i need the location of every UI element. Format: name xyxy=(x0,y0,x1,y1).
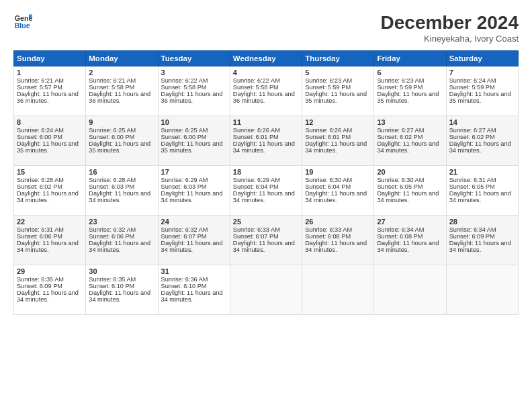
daylight-text: Daylight: 11 hours and 34 minutes. xyxy=(377,240,439,253)
day-number: 24 xyxy=(161,218,227,226)
day-number: 6 xyxy=(377,68,443,77)
sunrise-text: Sunrise: 6:29 AM xyxy=(161,177,208,183)
daylight-text: Daylight: 11 hours and 36 minutes. xyxy=(89,91,150,104)
sunset-text: Sunset: 6:03 PM xyxy=(161,183,207,190)
calendar-cell: 13Sunrise: 6:27 AMSunset: 6:02 PMDayligh… xyxy=(374,116,446,166)
calendar-cell: 5Sunrise: 6:23 AMSunset: 5:59 PMDaylight… xyxy=(302,66,374,116)
daylight-text: Daylight: 11 hours and 35 minutes. xyxy=(161,140,223,154)
daylight-text: Daylight: 11 hours and 34 minutes. xyxy=(161,289,223,303)
sunset-text: Sunset: 6:03 PM xyxy=(89,183,134,190)
daylight-text: Daylight: 11 hours and 35 minutes. xyxy=(17,140,79,154)
day-number: 20 xyxy=(377,168,443,176)
daylight-text: Daylight: 11 hours and 35 minutes. xyxy=(449,91,511,104)
calendar-cell: 9Sunrise: 6:25 AMSunset: 6:00 PMDaylight… xyxy=(86,116,158,166)
daylight-text: Daylight: 11 hours and 36 minutes. xyxy=(161,91,223,104)
day-number: 29 xyxy=(17,267,83,275)
sunset-text: Sunset: 6:04 PM xyxy=(233,183,279,190)
sunrise-text: Sunrise: 6:21 AM xyxy=(89,77,136,84)
sunset-text: Sunset: 6:07 PM xyxy=(233,233,279,240)
svg-text:Blue: Blue xyxy=(15,21,30,30)
daylight-text: Daylight: 11 hours and 34 minutes. xyxy=(449,240,511,253)
col-header-saturday: Saturday xyxy=(446,51,518,66)
col-header-friday: Friday xyxy=(374,51,446,66)
daylight-text: Daylight: 11 hours and 36 minutes. xyxy=(17,91,79,104)
calendar-cell: 29Sunrise: 6:35 AMSunset: 6:09 PMDayligh… xyxy=(14,265,86,315)
calendar-cell: 3Sunrise: 6:22 AMSunset: 5:58 PMDaylight… xyxy=(158,66,230,116)
calendar-cell: 8Sunrise: 6:24 AMSunset: 6:00 PMDaylight… xyxy=(14,116,86,166)
sunrise-text: Sunrise: 6:35 AM xyxy=(89,276,136,283)
day-number: 9 xyxy=(89,118,154,126)
sunset-text: Sunset: 6:10 PM xyxy=(161,283,207,289)
calendar-cell: 6Sunrise: 6:23 AMSunset: 5:59 PMDaylight… xyxy=(374,66,446,116)
day-number: 3 xyxy=(161,68,227,77)
sunset-text: Sunset: 6:10 PM xyxy=(89,283,134,289)
daylight-text: Daylight: 11 hours and 35 minutes. xyxy=(377,91,439,104)
sunrise-text: Sunrise: 6:31 AM xyxy=(17,226,64,233)
sunset-text: Sunset: 6:08 PM xyxy=(305,233,351,240)
sunset-text: Sunset: 6:02 PM xyxy=(17,183,62,190)
sunrise-text: Sunrise: 6:30 AM xyxy=(305,177,352,183)
sunset-text: Sunset: 5:58 PM xyxy=(89,84,134,91)
day-number: 12 xyxy=(305,118,371,126)
daylight-text: Daylight: 11 hours and 34 minutes. xyxy=(17,289,79,303)
sunset-text: Sunset: 5:58 PM xyxy=(233,84,279,91)
day-number: 14 xyxy=(449,118,515,126)
day-number: 13 xyxy=(377,118,443,126)
sunrise-text: Sunrise: 6:35 AM xyxy=(17,276,64,283)
calendar-cell: 4Sunrise: 6:22 AMSunset: 5:58 PMDaylight… xyxy=(230,66,302,116)
sunset-text: Sunset: 5:58 PM xyxy=(161,84,207,91)
day-number: 18 xyxy=(233,168,299,176)
sunset-text: Sunset: 6:06 PM xyxy=(89,233,134,240)
calendar-cell: 7Sunrise: 6:24 AMSunset: 5:59 PMDaylight… xyxy=(446,66,518,116)
daylight-text: Daylight: 11 hours and 34 minutes. xyxy=(377,140,439,154)
sunrise-text: Sunrise: 6:27 AM xyxy=(449,127,496,134)
calendar-cell xyxy=(302,265,374,315)
calendar-cell: 30Sunrise: 6:35 AMSunset: 6:10 PMDayligh… xyxy=(86,265,158,315)
calendar-cell xyxy=(446,265,518,315)
daylight-text: Daylight: 11 hours and 34 minutes. xyxy=(233,240,295,253)
sunset-text: Sunset: 6:04 PM xyxy=(305,183,351,190)
day-number: 11 xyxy=(233,118,299,126)
sunrise-text: Sunrise: 6:24 AM xyxy=(449,77,496,84)
sunrise-text: Sunrise: 6:23 AM xyxy=(305,77,352,84)
sunrise-text: Sunrise: 6:30 AM xyxy=(377,177,424,183)
sunset-text: Sunset: 6:05 PM xyxy=(377,183,423,190)
daylight-text: Daylight: 11 hours and 34 minutes. xyxy=(305,140,367,154)
title-block: December 2024 Kineyekaha, Ivory Coast xyxy=(381,12,519,44)
day-number: 25 xyxy=(233,218,299,226)
sunrise-text: Sunrise: 6:34 AM xyxy=(449,226,496,233)
calendar-cell: 17Sunrise: 6:29 AMSunset: 6:03 PMDayligh… xyxy=(158,166,230,216)
daylight-text: Daylight: 11 hours and 34 minutes. xyxy=(89,240,150,253)
sunset-text: Sunset: 6:00 PM xyxy=(17,134,62,140)
sunrise-text: Sunrise: 6:36 AM xyxy=(161,276,208,283)
calendar-cell: 28Sunrise: 6:34 AMSunset: 6:09 PMDayligh… xyxy=(446,216,518,265)
sunset-text: Sunset: 5:59 PM xyxy=(305,84,351,91)
day-number: 17 xyxy=(161,168,227,176)
daylight-text: Daylight: 11 hours and 34 minutes. xyxy=(161,240,223,253)
day-number: 16 xyxy=(89,168,154,176)
day-number: 10 xyxy=(161,118,227,126)
sunset-text: Sunset: 6:09 PM xyxy=(449,233,495,240)
calendar-cell: 16Sunrise: 6:28 AMSunset: 6:03 PMDayligh… xyxy=(86,166,158,216)
calendar-cell: 10Sunrise: 6:25 AMSunset: 6:00 PMDayligh… xyxy=(158,116,230,166)
calendar-cell: 20Sunrise: 6:30 AMSunset: 6:05 PMDayligh… xyxy=(374,166,446,216)
sunset-text: Sunset: 6:08 PM xyxy=(377,233,423,240)
day-number: 30 xyxy=(89,267,154,275)
sunset-text: Sunset: 6:05 PM xyxy=(449,183,495,190)
day-number: 27 xyxy=(377,218,443,226)
sunset-text: Sunset: 5:59 PM xyxy=(449,84,495,91)
sunrise-text: Sunrise: 6:27 AM xyxy=(377,127,424,134)
location-subtitle: Kineyekaha, Ivory Coast xyxy=(381,34,519,44)
sunrise-text: Sunrise: 6:34 AM xyxy=(377,226,424,233)
calendar-cell: 1Sunrise: 6:21 AMSunset: 5:57 PMDaylight… xyxy=(14,66,86,116)
calendar-cell: 23Sunrise: 6:32 AMSunset: 6:06 PMDayligh… xyxy=(86,216,158,265)
sunset-text: Sunset: 5:59 PM xyxy=(377,84,423,91)
sunrise-text: Sunrise: 6:31 AM xyxy=(449,177,496,183)
sunrise-text: Sunrise: 6:24 AM xyxy=(17,127,64,134)
sunset-text: Sunset: 6:01 PM xyxy=(233,134,279,140)
calendar-table: SundayMondayTuesdayWednesdayThursdayFrid… xyxy=(13,50,519,315)
daylight-text: Daylight: 11 hours and 34 minutes. xyxy=(449,190,511,203)
sunrise-text: Sunrise: 6:29 AM xyxy=(233,177,280,183)
day-number: 7 xyxy=(449,68,515,77)
daylight-text: Daylight: 11 hours and 34 minutes. xyxy=(377,190,439,203)
